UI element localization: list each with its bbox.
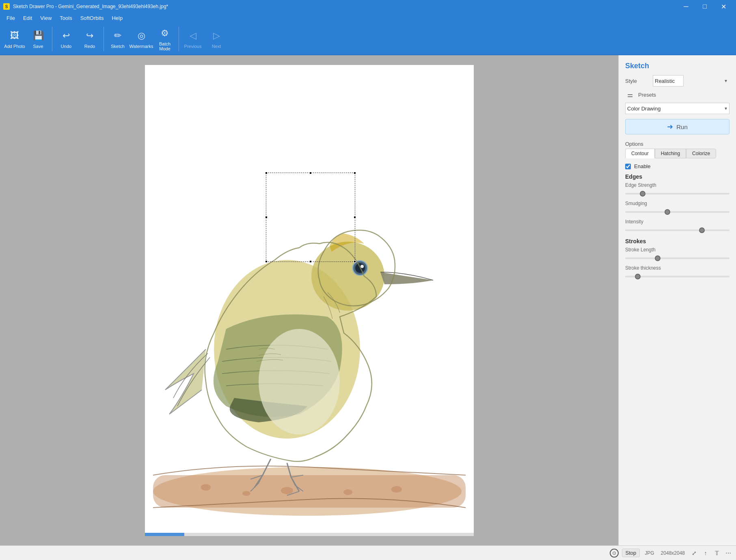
twitter-icon[interactable]: 𝕋	[712, 549, 721, 558]
batch-mode-button[interactable]: ⚙ Batch Mode	[153, 25, 176, 53]
watermarks-button[interactable]: ◎ Watermarks	[130, 25, 153, 53]
menu-tools[interactable]: Tools	[56, 14, 75, 22]
options-title: Options	[619, 138, 736, 149]
stroke-thickness-label: Stroke thickness	[619, 264, 736, 272]
canvas-area[interactable]	[0, 55, 618, 545]
tab-hatching[interactable]: Hatching	[655, 149, 686, 158]
add-photo-label: Add Photo	[4, 44, 25, 49]
previous-button[interactable]: ◁ Previous	[181, 25, 204, 53]
main-area: Sketch Style Realistic ⚌ Presets Color D…	[0, 55, 736, 545]
share-icon[interactable]: ↑	[701, 549, 710, 558]
svg-point-3	[201, 484, 211, 491]
svg-point-4	[242, 491, 250, 496]
zoom-fit-icon[interactable]: ⤢	[690, 549, 699, 558]
presets-icon[interactable]: ⚌	[625, 90, 635, 99]
save-icon: 💾	[32, 29, 45, 42]
enable-row: Enable	[619, 162, 736, 171]
run-button[interactable]: ➜ Run	[625, 119, 730, 134]
add-photo-button[interactable]: 🖼 Add Photo	[3, 25, 26, 53]
watermarks-label: Watermarks	[130, 44, 153, 49]
tab-colorize[interactable]: Colorize	[686, 149, 716, 158]
sketch-label: Sketch	[111, 44, 125, 49]
stop-button[interactable]: Stop	[622, 549, 640, 557]
svg-point-13	[360, 265, 364, 268]
style-row: Style Realistic	[619, 74, 736, 88]
progress-bar-container	[145, 533, 474, 536]
redo-label: Redo	[84, 44, 95, 49]
sketch-icon: ✏	[111, 29, 124, 42]
presets-select-wrapper: Color Drawing	[625, 103, 730, 114]
maximize-button[interactable]: □	[695, 0, 714, 13]
edge-strength-slider-row	[619, 189, 736, 199]
status-bar: ⊙ Stop JPG 2048x2048 ⤢ ↑ 𝕋 ⋯	[0, 545, 736, 560]
intensity-slider[interactable]	[625, 229, 730, 231]
stroke-length-slider-row	[619, 253, 736, 264]
more-icon[interactable]: ⋯	[724, 549, 733, 558]
menu-help[interactable]: Help	[108, 14, 126, 22]
redo-button[interactable]: ↪ Redo	[78, 25, 101, 53]
svg-point-9	[259, 329, 340, 435]
right-panel: Sketch Style Realistic ⚌ Presets Color D…	[618, 55, 736, 545]
next-label: Next	[212, 44, 221, 49]
title-bar: S Sketch Drawer Pro - Gemini_Generated_I…	[0, 0, 736, 13]
previous-icon: ◁	[186, 29, 199, 42]
menu-view[interactable]: View	[37, 14, 55, 22]
next-icon: ▷	[210, 29, 223, 42]
stroke-thickness-slider-row	[619, 272, 736, 282]
image-size: 2048x2048	[659, 550, 686, 556]
undo-icon: ↩	[60, 29, 73, 42]
image-display	[145, 65, 474, 536]
smudging-slider-row	[619, 207, 736, 217]
enable-label: Enable	[634, 163, 650, 169]
window-title: Sketch Drawer Pro - Gemini_Generated_Ima…	[13, 4, 168, 9]
presets-value-row: Color Drawing	[619, 101, 736, 116]
presets-select[interactable]: Color Drawing	[625, 103, 730, 114]
svg-point-7	[391, 486, 402, 493]
close-button[interactable]: ✕	[714, 0, 733, 13]
watermarks-icon: ◎	[135, 29, 148, 42]
svg-rect-2	[153, 475, 466, 508]
menu-bar: File Edit View Tools SoftOrbits Help	[0, 13, 736, 23]
style-select-wrapper: Realistic	[653, 75, 730, 86]
status-icons: ⤢ ↑ 𝕋 ⋯	[690, 549, 733, 558]
add-photo-icon: 🖼	[8, 29, 21, 42]
intensity-slider-row	[619, 225, 736, 236]
stroke-thickness-slider[interactable]	[625, 276, 730, 277]
bird-image	[145, 65, 474, 536]
save-label: Save	[33, 44, 43, 49]
edges-section-title: Edges	[619, 171, 736, 181]
stroke-length-label: Stroke Length	[619, 245, 736, 253]
sketch-button[interactable]: ✏ Sketch	[106, 25, 129, 53]
style-label: Style	[625, 78, 650, 84]
minimize-button[interactable]: ─	[677, 0, 695, 13]
undo-button[interactable]: ↩ Undo	[55, 25, 78, 53]
batch-mode-label: Batch Mode	[153, 41, 176, 51]
svg-point-6	[343, 489, 352, 495]
menu-softorbits[interactable]: SoftOrbits	[77, 14, 107, 22]
save-button[interactable]: 💾 Save	[27, 25, 50, 53]
enable-checkbox[interactable]	[625, 164, 631, 169]
style-select[interactable]: Realistic	[653, 75, 684, 86]
run-label: Run	[676, 123, 688, 130]
tab-contour[interactable]: Contour	[625, 149, 655, 158]
next-button[interactable]: ▷ Next	[205, 25, 228, 53]
menu-file[interactable]: File	[3, 14, 18, 22]
undo-label: Undo	[61, 44, 71, 49]
menu-edit[interactable]: Edit	[20, 14, 35, 22]
settings-circle-button[interactable]: ⊙	[610, 549, 619, 558]
progress-bar	[145, 533, 184, 536]
svg-point-5	[281, 487, 293, 494]
presets-label: Presets	[638, 92, 656, 98]
batch-mode-icon: ⚙	[158, 27, 171, 40]
previous-label: Previous	[184, 44, 202, 49]
smudging-slider[interactable]	[625, 211, 730, 213]
smudging-label: Smudging	[619, 199, 736, 207]
presets-row: ⚌ Presets	[619, 88, 736, 101]
run-arrow-icon: ➜	[667, 122, 673, 131]
stroke-length-slider[interactable]	[625, 257, 730, 259]
edge-strength-label: Edge Strength	[619, 181, 736, 189]
strokes-section-title: Strokes	[619, 236, 736, 245]
window-controls: ─ □ ✕	[677, 0, 733, 13]
toolbar: 🖼 Add Photo 💾 Save ↩ Undo ↪ Redo ✏ Sketc…	[0, 23, 736, 55]
edge-strength-slider[interactable]	[625, 193, 730, 195]
